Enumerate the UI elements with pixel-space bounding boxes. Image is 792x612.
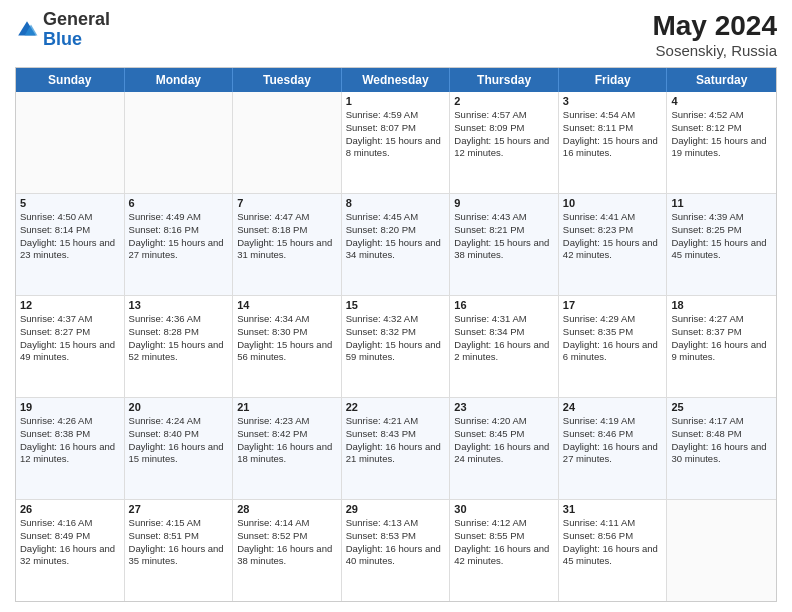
cell-info: Sunrise: 4:45 AMSunset: 8:20 PMDaylight:… [346,211,446,262]
cell-info: Sunrise: 4:59 AMSunset: 8:07 PMDaylight:… [346,109,446,160]
day-number: 2 [454,95,554,107]
logo-blue: Blue [43,29,82,49]
cell-info: Sunrise: 4:27 AMSunset: 8:37 PMDaylight:… [671,313,772,364]
cell-info: Sunrise: 4:43 AMSunset: 8:21 PMDaylight:… [454,211,554,262]
day-number: 20 [129,401,229,413]
cell-info: Sunrise: 4:54 AMSunset: 8:11 PMDaylight:… [563,109,663,160]
day-cell-14: 14Sunrise: 4:34 AMSunset: 8:30 PMDayligh… [233,296,342,397]
day-number: 27 [129,503,229,515]
cell-info: Sunrise: 4:12 AMSunset: 8:55 PMDaylight:… [454,517,554,568]
empty-cell [125,92,234,193]
day-cell-25: 25Sunrise: 4:17 AMSunset: 8:48 PMDayligh… [667,398,776,499]
header-day-saturday: Saturday [667,68,776,92]
cell-info: Sunrise: 4:31 AMSunset: 8:34 PMDaylight:… [454,313,554,364]
day-cell-13: 13Sunrise: 4:36 AMSunset: 8:28 PMDayligh… [125,296,234,397]
day-number: 10 [563,197,663,209]
day-number: 13 [129,299,229,311]
cell-info: Sunrise: 4:19 AMSunset: 8:46 PMDaylight:… [563,415,663,466]
page: General Blue May 2024 Sosenskiy, Russia … [0,0,792,612]
header-day-thursday: Thursday [450,68,559,92]
day-number: 14 [237,299,337,311]
day-number: 31 [563,503,663,515]
day-cell-23: 23Sunrise: 4:20 AMSunset: 8:45 PMDayligh… [450,398,559,499]
day-cell-15: 15Sunrise: 4:32 AMSunset: 8:32 PMDayligh… [342,296,451,397]
calendar-body: 1Sunrise: 4:59 AMSunset: 8:07 PMDaylight… [16,92,776,601]
calendar-row-2: 12Sunrise: 4:37 AMSunset: 8:27 PMDayligh… [16,296,776,398]
logo-icon [15,18,39,42]
cell-info: Sunrise: 4:50 AMSunset: 8:14 PMDaylight:… [20,211,120,262]
day-number: 5 [20,197,120,209]
logo-text: General Blue [43,10,110,50]
empty-cell [667,500,776,601]
day-cell-17: 17Sunrise: 4:29 AMSunset: 8:35 PMDayligh… [559,296,668,397]
header-day-friday: Friday [559,68,668,92]
calendar-row-3: 19Sunrise: 4:26 AMSunset: 8:38 PMDayligh… [16,398,776,500]
day-cell-27: 27Sunrise: 4:15 AMSunset: 8:51 PMDayligh… [125,500,234,601]
empty-cell [16,92,125,193]
cell-info: Sunrise: 4:15 AMSunset: 8:51 PMDaylight:… [129,517,229,568]
day-cell-10: 10Sunrise: 4:41 AMSunset: 8:23 PMDayligh… [559,194,668,295]
cell-info: Sunrise: 4:24 AMSunset: 8:40 PMDaylight:… [129,415,229,466]
day-number: 23 [454,401,554,413]
day-number: 4 [671,95,772,107]
cell-info: Sunrise: 4:36 AMSunset: 8:28 PMDaylight:… [129,313,229,364]
day-number: 18 [671,299,772,311]
day-number: 26 [20,503,120,515]
title-block: May 2024 Sosenskiy, Russia [652,10,777,59]
cell-info: Sunrise: 4:17 AMSunset: 8:48 PMDaylight:… [671,415,772,466]
day-number: 1 [346,95,446,107]
cell-info: Sunrise: 4:26 AMSunset: 8:38 PMDaylight:… [20,415,120,466]
day-cell-16: 16Sunrise: 4:31 AMSunset: 8:34 PMDayligh… [450,296,559,397]
day-cell-7: 7Sunrise: 4:47 AMSunset: 8:18 PMDaylight… [233,194,342,295]
day-number: 8 [346,197,446,209]
day-cell-24: 24Sunrise: 4:19 AMSunset: 8:46 PMDayligh… [559,398,668,499]
cell-info: Sunrise: 4:34 AMSunset: 8:30 PMDaylight:… [237,313,337,364]
header-day-sunday: Sunday [16,68,125,92]
day-cell-28: 28Sunrise: 4:14 AMSunset: 8:52 PMDayligh… [233,500,342,601]
day-number: 17 [563,299,663,311]
day-cell-21: 21Sunrise: 4:23 AMSunset: 8:42 PMDayligh… [233,398,342,499]
calendar-row-0: 1Sunrise: 4:59 AMSunset: 8:07 PMDaylight… [16,92,776,194]
day-cell-20: 20Sunrise: 4:24 AMSunset: 8:40 PMDayligh… [125,398,234,499]
cell-info: Sunrise: 4:23 AMSunset: 8:42 PMDaylight:… [237,415,337,466]
day-number: 28 [237,503,337,515]
cell-info: Sunrise: 4:52 AMSunset: 8:12 PMDaylight:… [671,109,772,160]
header-day-monday: Monday [125,68,234,92]
day-number: 11 [671,197,772,209]
calendar-row-1: 5Sunrise: 4:50 AMSunset: 8:14 PMDaylight… [16,194,776,296]
cell-info: Sunrise: 4:11 AMSunset: 8:56 PMDaylight:… [563,517,663,568]
header: General Blue May 2024 Sosenskiy, Russia [15,10,777,59]
day-cell-6: 6Sunrise: 4:49 AMSunset: 8:16 PMDaylight… [125,194,234,295]
day-number: 9 [454,197,554,209]
day-number: 19 [20,401,120,413]
logo: General Blue [15,10,110,50]
day-number: 15 [346,299,446,311]
calendar-row-4: 26Sunrise: 4:16 AMSunset: 8:49 PMDayligh… [16,500,776,601]
cell-info: Sunrise: 4:47 AMSunset: 8:18 PMDaylight:… [237,211,337,262]
day-cell-8: 8Sunrise: 4:45 AMSunset: 8:20 PMDaylight… [342,194,451,295]
day-cell-9: 9Sunrise: 4:43 AMSunset: 8:21 PMDaylight… [450,194,559,295]
calendar: SundayMondayTuesdayWednesdayThursdayFrid… [15,67,777,602]
cell-info: Sunrise: 4:21 AMSunset: 8:43 PMDaylight:… [346,415,446,466]
day-cell-1: 1Sunrise: 4:59 AMSunset: 8:07 PMDaylight… [342,92,451,193]
cell-info: Sunrise: 4:29 AMSunset: 8:35 PMDaylight:… [563,313,663,364]
cell-info: Sunrise: 4:16 AMSunset: 8:49 PMDaylight:… [20,517,120,568]
day-number: 16 [454,299,554,311]
cell-info: Sunrise: 4:13 AMSunset: 8:53 PMDaylight:… [346,517,446,568]
day-number: 30 [454,503,554,515]
cell-info: Sunrise: 4:41 AMSunset: 8:23 PMDaylight:… [563,211,663,262]
day-number: 7 [237,197,337,209]
day-cell-30: 30Sunrise: 4:12 AMSunset: 8:55 PMDayligh… [450,500,559,601]
header-day-tuesday: Tuesday [233,68,342,92]
cell-info: Sunrise: 4:14 AMSunset: 8:52 PMDaylight:… [237,517,337,568]
cell-info: Sunrise: 4:20 AMSunset: 8:45 PMDaylight:… [454,415,554,466]
day-number: 21 [237,401,337,413]
day-number: 6 [129,197,229,209]
cell-info: Sunrise: 4:32 AMSunset: 8:32 PMDaylight:… [346,313,446,364]
logo-general: General [43,9,110,29]
day-number: 12 [20,299,120,311]
day-cell-19: 19Sunrise: 4:26 AMSunset: 8:38 PMDayligh… [16,398,125,499]
empty-cell [233,92,342,193]
day-number: 22 [346,401,446,413]
cell-info: Sunrise: 4:57 AMSunset: 8:09 PMDaylight:… [454,109,554,160]
